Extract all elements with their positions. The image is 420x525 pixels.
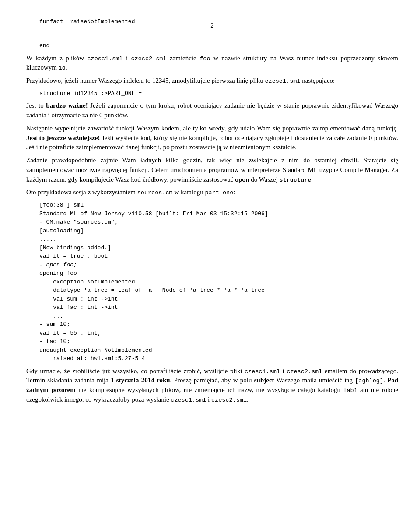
code-funfact: funfact =raiseNotImplemented: [39, 18, 398, 26]
code-dots1: ...: [39, 30, 398, 38]
text-deadline: 1 stycznia 2014 roku: [111, 377, 170, 384]
paragraph-nastepnie: Następnie wypełnijcie zawartość funkcji …: [26, 124, 398, 152]
code-lab1: lab1: [343, 387, 357, 394]
code-czesc1-2: czesc1.sml: [265, 78, 300, 84]
paragraph-very-important: Jest to bardzo ważne! Jeżeli zapomnicie …: [26, 101, 398, 120]
code-czesc2: czesc2.sml: [131, 56, 167, 62]
code-czesc2-last: czesc2.sml: [211, 397, 247, 403]
code-structure: structure id12345 :>PART_ONE =: [39, 89, 398, 98]
code-czesc1: czesc1.sml: [87, 56, 122, 62]
code-czesc1-final: czesc1.sml: [245, 368, 280, 375]
code-foo: foo: [200, 56, 210, 62]
paragraph-czesc-files: W każdym z plików czesc1.sml i czesc2.sm…: [26, 54, 398, 73]
page-number: 2: [210, 21, 214, 31]
code-id: id: [59, 65, 66, 71]
main-content: funfact =raiseNotImplemented ... end W k…: [26, 18, 398, 405]
code-aghlog: [aghlog]: [355, 378, 383, 384]
session-code-block: [foo:38 ] sml Standard ML of New Jersey …: [39, 201, 398, 363]
code-open: open: [235, 177, 249, 183]
paragraph-przykladowo: Przykładowo, jeżeli numer Waszego indeks…: [26, 76, 398, 86]
code-czesc1-last: czesc1.sml: [171, 397, 206, 403]
text-bardzo-wazne: bardzo ważne!: [46, 102, 88, 109]
code-end: end: [39, 42, 398, 50]
code-structure2: structure: [279, 177, 311, 183]
code-sources-cm: sources.cm: [137, 189, 173, 196]
paragraph-oto: Oto przykładowa sesja z wykorzystaniem s…: [26, 188, 398, 197]
code-part-one: part_one: [205, 189, 233, 196]
code-czesc2-final: czesc2.sml: [287, 368, 322, 375]
paragraph-zadanie: Zadanie prawdopodobnie zajmie Wam ładnyc…: [26, 156, 398, 184]
code-open-foo: open foo;: [46, 262, 77, 268]
text-jeszcze-wazniejsze: Jest to jeszcze ważniejsze!: [26, 134, 100, 141]
text-pod-zadnym: Pod żadnym pozorem: [26, 377, 398, 393]
text-subject: subject: [254, 377, 274, 384]
paragraph-gdy-uznacie: Gdy uznacie, że zrobiliście już wszystko…: [26, 367, 398, 405]
